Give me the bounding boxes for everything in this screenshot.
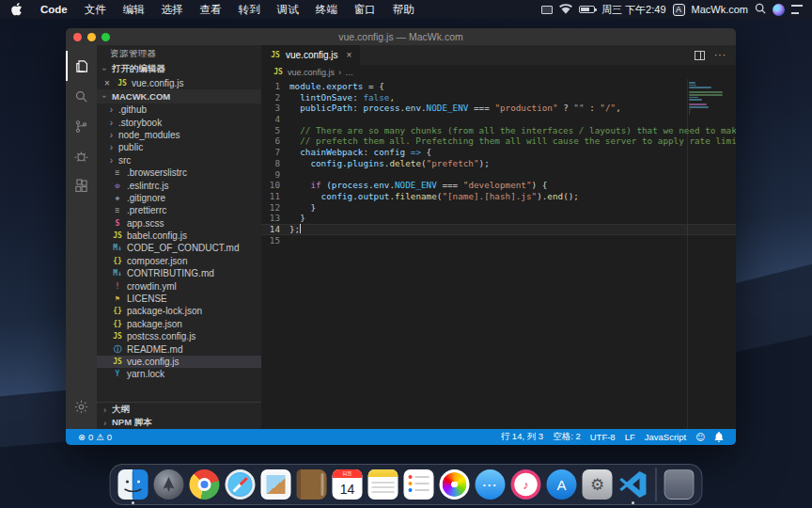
tab-close-icon[interactable]: × <box>347 50 352 60</box>
status-item-4[interactable]: JavaScript <box>640 432 691 442</box>
file-row-LICENSE[interactable]: ⚑LICENSE <box>97 293 261 305</box>
code-line-1[interactable]: 1module.exports = { <box>261 81 736 92</box>
dock-app-store-icon[interactable] <box>546 468 578 500</box>
menu-item-3[interactable]: 查看 <box>192 4 230 15</box>
dock-messages-icon[interactable] <box>475 468 507 500</box>
status-item-3[interactable]: LF <box>620 432 640 442</box>
apple-menu[interactable] <box>11 3 23 16</box>
file-row-.prettierrc[interactable]: ≡.prettierrc <box>97 204 261 216</box>
notification-center-icon[interactable] <box>791 5 803 14</box>
npm-scripts-section[interactable]: › NPM 脚本 <box>97 416 261 429</box>
code-editor[interactable]: 1module.exports = {2 lintOnSave: false,3… <box>261 79 736 429</box>
file-row-crowdin.yml[interactable]: !crowdin.yml <box>97 279 261 292</box>
dock-reminders-icon[interactable] <box>403 468 435 500</box>
tab-vue-config-js[interactable]: JS vue.config.js × <box>261 45 360 65</box>
open-editors-header[interactable]: › 打开的编辑器 <box>97 62 261 76</box>
dock-finder-icon[interactable] <box>117 468 149 500</box>
problems-status[interactable]: ⊗ 0 ⚠ 0 <box>73 432 117 442</box>
feedback-smiley-icon[interactable]: ☺ <box>691 432 710 442</box>
menu-item-8[interactable]: 帮助 <box>384 4 423 15</box>
dock-photos-icon[interactable] <box>439 468 471 500</box>
file-row-app.scss[interactable]: Sapp.scss <box>97 217 261 230</box>
code-line-10[interactable]: 10 if (process.env.NODE_ENV === "develop… <box>261 180 736 191</box>
code-line-11[interactable]: 11 config.output.filename("[name].[hash]… <box>261 191 736 202</box>
file-row-yarn.lock[interactable]: Yyarn.lock <box>97 368 261 380</box>
code-line-13[interactable]: 13 } <box>261 213 736 224</box>
close-icon[interactable]: × <box>104 78 113 88</box>
code-line-8[interactable]: 8 config.plugins.delete("prefetch"); <box>261 158 736 169</box>
status-item-0[interactable]: 行 14, 列 3 <box>496 431 548 443</box>
extensions-icon[interactable] <box>66 171 97 201</box>
dock-launchpad-icon[interactable] <box>153 468 185 500</box>
file-row-README.md[interactable]: ⓘREADME.md <box>97 342 261 355</box>
outline-section[interactable]: › 大纲 <box>97 403 261 416</box>
file-row-postcss.config.js[interactable]: JSpostcss.config.js <box>97 330 261 342</box>
more-actions-icon[interactable]: ··· <box>714 50 726 60</box>
menu-account[interactable]: MacWk.com <box>692 4 749 15</box>
code-line-7[interactable]: 7 chainWebpack: config => { <box>261 147 736 158</box>
folder-row-.github[interactable]: ›.github <box>97 103 261 116</box>
code-line-3[interactable]: 3 publicPath: process.env.NODE_ENV === "… <box>261 103 736 114</box>
menu-item-6[interactable]: 终端 <box>307 4 346 15</box>
bell-icon[interactable] <box>710 432 728 442</box>
menu-clock[interactable]: 周三 下午2:49 <box>601 3 665 17</box>
dock-mail-icon[interactable] <box>260 468 292 500</box>
menu-item-0[interactable]: 文件 <box>76 4 115 15</box>
file-row-.gitignore[interactable]: ◆.gitignore <box>97 192 261 204</box>
status-item-1[interactable]: 空格: 2 <box>548 431 586 443</box>
menu-item-1[interactable]: 编辑 <box>115 4 153 15</box>
menu-item-4[interactable]: 转到 <box>230 4 269 15</box>
manage-gear-icon[interactable] <box>66 391 97 421</box>
code-line-14[interactable]: 14}; <box>261 224 736 235</box>
breadcrumb[interactable]: JS vue.config.js › … <box>261 65 736 79</box>
siri-icon[interactable] <box>773 4 785 16</box>
spotlight-icon[interactable] <box>755 3 766 16</box>
file-row-CODE_OF_CONDUCT.md[interactable]: M↓CODE_OF_CONDUCT.md <box>97 242 261 254</box>
dock-chrome-icon[interactable] <box>189 468 221 500</box>
wifi-icon[interactable] <box>559 4 572 16</box>
folder-row-src[interactable]: ›src <box>97 154 261 167</box>
search-icon[interactable] <box>66 81 97 111</box>
battery-icon[interactable] <box>579 6 595 13</box>
code-line-4[interactable]: 4 <box>261 114 736 125</box>
code-line-12[interactable]: 12 } <box>261 202 736 214</box>
menu-item-5[interactable]: 调试 <box>269 4 307 15</box>
menu-item-2[interactable]: 选择 <box>153 4 192 15</box>
file-row-.eslintrc.js[interactable]: ◎.eslintrc.js <box>97 179 261 191</box>
dock-itunes-icon[interactable] <box>510 468 542 500</box>
input-method-icon[interactable]: A <box>673 4 685 16</box>
code-line-5[interactable]: 5 // There are so many chunks (from all … <box>261 125 736 136</box>
menu-item-7[interactable]: 窗口 <box>346 4 384 15</box>
dock-vscode-icon[interactable] <box>617 468 649 500</box>
file-row-composer.json[interactable]: {}composer.json <box>97 255 261 267</box>
folder-row-node_modules[interactable]: ›node_modules <box>97 129 261 141</box>
window-titlebar[interactable]: vue.config.js — MacWk.com <box>66 28 736 45</box>
code-line-9[interactable]: 9 <box>261 169 736 181</box>
dock-system-preferences-icon[interactable] <box>582 468 614 500</box>
dock-safari-icon[interactable] <box>225 468 257 500</box>
explorer-icon[interactable] <box>66 51 97 81</box>
folder-row-public[interactable]: ›public <box>97 141 261 153</box>
folder-row-.storybook[interactable]: ›.storybook <box>97 116 261 128</box>
file-row-CONTRIBUTING.md[interactable]: M↓CONTRIBUTING.md <box>97 267 261 279</box>
dock-calendar-icon[interactable]: 日历14 <box>332 468 364 500</box>
code-line-6[interactable]: 6 // prefetch them all. Prefetching them… <box>261 135 736 147</box>
debug-icon[interactable] <box>66 141 97 171</box>
file-row-package-lock.json[interactable]: {}package-lock.json <box>97 305 261 317</box>
breadcrumb-file[interactable]: vue.config.js <box>288 68 335 77</box>
file-row-babel.config.js[interactable]: JSbabel.config.js <box>97 230 261 242</box>
open-editor-item[interactable]: × JS vue.config.js <box>97 76 261 89</box>
source-control-icon[interactable] <box>66 111 97 141</box>
menu-item-app[interactable]: Code <box>32 4 76 15</box>
status-item-2[interactable]: UTF-8 <box>586 432 620 442</box>
project-section-header[interactable]: › MACWK.COM <box>97 89 261 103</box>
file-row-.browserslistrc[interactable]: ≡.browserslistrc <box>97 167 261 179</box>
file-row-package.json[interactable]: {}package.json <box>97 318 261 330</box>
code-line-2[interactable]: 2 lintOnSave: false, <box>261 92 736 103</box>
dock-notes-icon[interactable] <box>367 468 399 500</box>
code-line-15[interactable]: 15 <box>261 235 736 246</box>
file-row-vue.config.js[interactable]: JSvue.config.js <box>97 356 261 368</box>
display-icon[interactable] <box>541 6 553 14</box>
split-editor-icon[interactable] <box>695 51 705 60</box>
dock-trash-icon[interactable] <box>664 468 695 500</box>
